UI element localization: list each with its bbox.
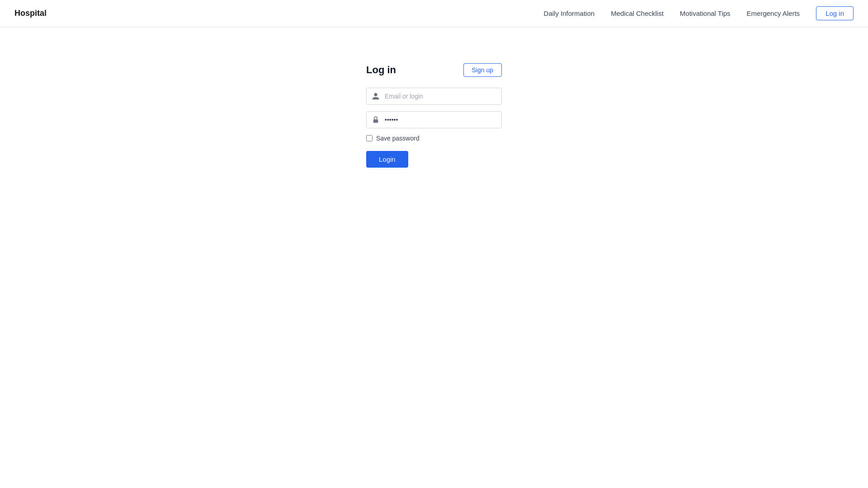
signup-button[interactable]: Sign up [463, 63, 502, 77]
save-password-checkbox[interactable] [366, 135, 373, 141]
save-password-label: Save password [376, 135, 420, 142]
nav-daily-information[interactable]: Daily Information [544, 9, 595, 17]
login-header: Log in Sign up [366, 63, 502, 77]
nav-links: Daily Information Medical Checklist Moti… [544, 6, 854, 20]
navbar: Hospital Daily Information Medical Check… [0, 0, 868, 27]
password-input[interactable] [385, 112, 501, 128]
save-password-row: Save password [366, 135, 502, 142]
nav-medical-checklist[interactable]: Medical Checklist [611, 9, 664, 17]
nav-login-button[interactable]: Log in [816, 6, 854, 20]
brand-title: Hospital [14, 9, 47, 18]
nav-emergency-alerts[interactable]: Emergency Alerts [747, 9, 800, 17]
main-content: Log in Sign up Save pa [0, 27, 868, 168]
lock-icon [367, 116, 385, 124]
login-container: Log in Sign up Save pa [366, 63, 502, 168]
svg-rect-0 [373, 119, 378, 123]
email-input-wrapper [366, 88, 502, 105]
user-icon [367, 92, 385, 100]
password-input-wrapper [366, 111, 502, 128]
nav-motivational-tips[interactable]: Motivational Tips [680, 9, 731, 17]
email-input[interactable] [385, 88, 501, 104]
login-button[interactable]: Login [366, 151, 408, 168]
login-title: Log in [366, 64, 396, 76]
